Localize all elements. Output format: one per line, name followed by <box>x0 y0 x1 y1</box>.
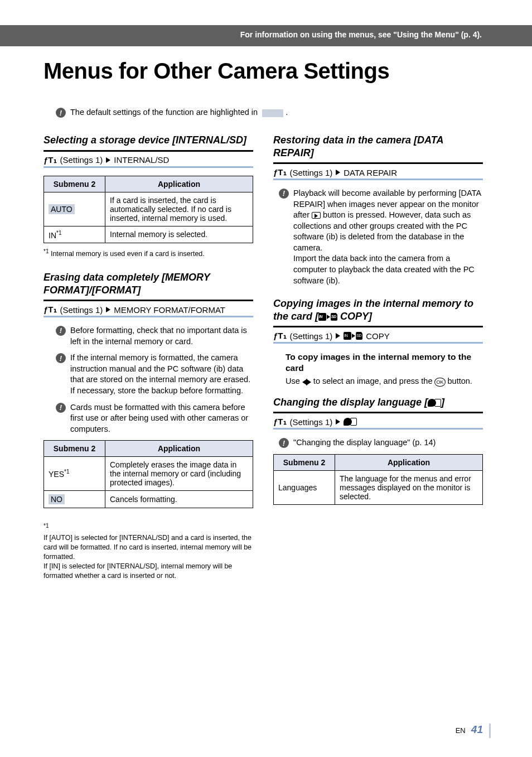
section-title-copy: Copying images in the internal memory to… <box>273 297 483 322</box>
info-icon: ! <box>56 108 66 118</box>
footnote-format: *1 If [AUTO] is selected for [INTERNAL/S… <box>43 513 253 580</box>
settings-icon: ƒT₁ <box>43 305 57 315</box>
footnote-text: Internal memory is used even if a card i… <box>51 250 205 258</box>
subtext-b: to select an image, and press the <box>311 377 435 385</box>
th-submenu: Submenu 2 <box>44 441 105 457</box>
left-column: Selecting a storage device [INTERNAL/SD]… <box>43 134 253 593</box>
header-bar-text: For information on using the menus, see … <box>240 30 482 39</box>
section-title-language-a: Changing the display language [ <box>273 397 428 408</box>
table-row: IN*1 Internal memory is selected. <box>44 226 253 243</box>
settings-label: (Settings 1) <box>290 168 333 177</box>
info-icon: ! <box>56 326 66 336</box>
cell-value: Internal memory is selected. <box>105 226 253 243</box>
breadcrumb-language: ƒT₁ (Settings 1) <box>273 417 483 427</box>
note-repair: ! Playback will become available by perf… <box>273 188 483 286</box>
cell-value: Completely erases the image data in the … <box>105 457 253 491</box>
breadcrumb-format-value: MEMORY FORMAT/FORMAT <box>114 305 225 315</box>
subtext-c: button. <box>446 377 472 385</box>
memory-to-sd-icon <box>318 313 337 321</box>
cell-key: Languages <box>274 470 335 504</box>
default-note-suffix: . <box>286 108 288 117</box>
section-title-repair: Restoring data in the camera [DATA REPAI… <box>273 134 483 159</box>
table-language: Submenu 2 Application Languages The lang… <box>273 454 483 505</box>
default-settings-note: ! The default settings of the function a… <box>56 107 288 118</box>
table-row: NO Cancels formatting. <box>44 491 253 508</box>
page-title: Menus for Other Camera Settings <box>43 59 389 84</box>
chevron-right-icon <box>336 170 340 175</box>
chevron-right-icon <box>106 307 110 312</box>
play-button-icon <box>312 212 321 219</box>
th-submenu: Submenu 2 <box>274 454 335 470</box>
cell-value: The language for the menus and error mes… <box>335 470 483 504</box>
table-row: AUTO If a card is inserted, the card is … <box>44 192 253 226</box>
th-application: Application <box>335 454 483 470</box>
page-number-value: 41 <box>471 724 483 735</box>
highlight-swatch <box>262 109 283 117</box>
cell-key-sup: *1 <box>56 230 61 236</box>
cell-key: YES <box>49 470 64 479</box>
chevron-right-icon <box>336 419 340 425</box>
breadcrumb-repair-value: DATA REPAIR <box>344 168 397 177</box>
table-row: YES*1 Completely erases the image data i… <box>44 457 253 491</box>
note-format-1: ! Before formatting, check that no impor… <box>43 325 253 347</box>
section-title-language: Changing the display language [] <box>273 396 483 409</box>
note-text: Cards must be formatted with this camera… <box>70 402 253 435</box>
footnote-sup: *1 <box>43 523 49 529</box>
header-bar: For information on using the menus, see … <box>0 25 532 46</box>
note-format-2: ! If the internal memory is formatted, t… <box>43 353 253 396</box>
memory-to-sd-icon <box>344 332 362 340</box>
left-right-arrows-icon <box>302 379 311 385</box>
breadcrumb-format: ƒT₁ (Settings 1) MEMORY FORMAT/FORMAT <box>43 305 253 315</box>
settings-icon: ƒT₁ <box>273 417 287 427</box>
table-internal-sd: Submenu 2 Application AUTO If a card is … <box>43 176 253 244</box>
page-edge-decoration <box>485 724 491 738</box>
settings-icon: ƒT₁ <box>273 331 287 341</box>
breadcrumb-internal-sd-value: INTERNAL/SD <box>114 155 169 165</box>
page-lang: EN <box>456 726 466 735</box>
breadcrumb-copy-value: COPY <box>366 331 390 341</box>
cell-value: If a card is inserted, the card is autom… <box>105 192 253 226</box>
default-note-prefix: The default settings of the function are… <box>70 108 260 117</box>
page-number: EN 41 <box>456 724 483 736</box>
cell-value: Cancels formatting. <box>105 491 253 508</box>
breadcrumb-repair: ƒT₁ (Settings 1) DATA REPAIR <box>273 167 483 177</box>
footnote-internal-sd: *1 Internal memory is used even if a car… <box>43 248 253 259</box>
cell-key-sup: *1 <box>64 469 69 475</box>
settings-label: (Settings 1) <box>290 417 333 427</box>
settings-label: (Settings 1) <box>60 155 103 165</box>
footnote-text: If [AUTO] is selected for [INTERNAL/SD] … <box>43 534 252 580</box>
settings-icon: ƒT₁ <box>43 155 57 165</box>
chevron-right-icon <box>336 333 340 339</box>
footnote-sup: *1 <box>43 248 49 254</box>
table-format: Submenu 2 Application YES*1 Completely e… <box>43 440 253 508</box>
info-icon: ! <box>279 189 289 199</box>
note-text: Playback will become available by perfor… <box>293 188 483 286</box>
section-title-internal-sd: Selecting a storage device [INTERNAL/SD] <box>43 134 253 147</box>
subhead-copy: To copy images in the internal memory to… <box>286 351 483 374</box>
note-text: Before formatting, check that no importa… <box>70 325 253 347</box>
breadcrumb-internal-sd: ƒT₁ (Settings 1) INTERNAL/SD <box>43 155 253 165</box>
settings-label: (Settings 1) <box>290 331 333 341</box>
section-title-format: Erasing data completely [MEMORY FORMAT]/… <box>43 271 253 296</box>
language-icon <box>428 399 441 407</box>
settings-label: (Settings 1) <box>60 305 103 315</box>
th-application: Application <box>105 441 253 457</box>
chevron-right-icon <box>106 157 110 163</box>
section-title-language-b: ] <box>441 397 444 408</box>
language-icon <box>344 418 357 426</box>
section-title-copy-b: COPY] <box>337 311 372 322</box>
table-row: Languages The language for the menus and… <box>274 470 483 504</box>
note-text: "Changing the display language" (p. 14) <box>293 437 436 449</box>
info-icon: ! <box>56 403 66 413</box>
cell-key: AUTO <box>49 204 75 214</box>
subtext-a: Use <box>286 377 302 385</box>
info-icon: ! <box>56 353 66 363</box>
th-submenu: Submenu 2 <box>44 176 105 192</box>
settings-icon: ƒT₁ <box>273 167 287 177</box>
info-icon: ! <box>279 438 289 448</box>
cell-key: NO <box>49 494 65 504</box>
note-format-3: ! Cards must be formatted with this came… <box>43 402 253 435</box>
ok-button-icon: OK <box>434 378 445 387</box>
right-column: Restoring data in the camera [DATA REPAI… <box>273 134 483 593</box>
note-language: ! "Changing the display language" (p. 14… <box>273 437 483 449</box>
